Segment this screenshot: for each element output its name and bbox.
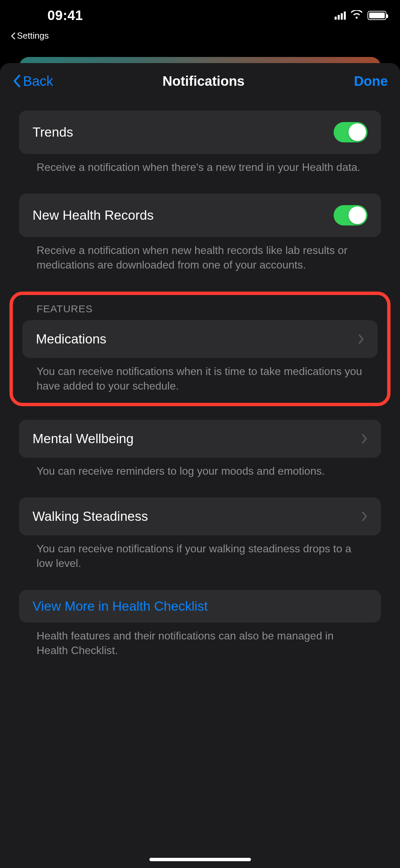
page-title: Notifications [163,74,245,89]
cellular-icon [335,11,346,20]
home-indicator[interactable] [149,858,251,861]
trends-toggle[interactable] [334,122,367,142]
health-records-toggle[interactable] [334,205,367,225]
walking-steadiness-footer: You can receive notifications if your wa… [19,535,381,571]
content: Trends Receive a notification when there… [0,99,400,658]
highlight-box: FEATURES Medications You can receive not… [9,292,391,406]
health-checklist-label: View More in Health Checklist [33,599,208,614]
modal-sheet: Back Notifications Done Trends Receive a… [0,63,400,868]
battery-icon [367,11,386,20]
medications-label: Medications [36,332,106,347]
return-to-app-label: Settings [17,31,49,41]
chevron-right-icon [361,511,367,521]
trends-footer: Receive a notification when there's a ne… [19,154,381,175]
medications-row[interactable]: Medications [22,320,378,358]
health-checklist-footer: Health features and their notifications … [19,623,381,658]
back-caret-icon [11,33,16,39]
walking-steadiness-label: Walking Steadiness [33,509,148,524]
health-records-footer: Receive a notification when new health r… [19,237,381,272]
mental-wellbeing-label: Mental Wellbeing [33,431,133,446]
wifi-icon [351,10,363,20]
health-records-label: New Health Records [33,208,154,223]
status-bar: 09:41 [0,0,400,31]
status-time: 09:41 [47,8,83,23]
nav-bar: Back Notifications Done [0,63,400,99]
trends-label: Trends [33,125,73,140]
done-button[interactable]: Done [354,74,388,89]
back-button[interactable]: Back [12,74,53,89]
medications-footer: You can receive notifications when it is… [19,358,381,393]
walking-steadiness-row[interactable]: Walking Steadiness [19,497,381,535]
mental-wellbeing-row[interactable]: Mental Wellbeing [19,420,381,458]
chevron-right-icon [361,434,367,444]
chevron-right-icon [358,334,364,344]
back-label: Back [23,74,53,89]
features-header: FEATURES [19,303,381,320]
health-checklist-row[interactable]: View More in Health Checklist [19,590,381,623]
status-icons [335,10,386,20]
chevron-left-icon [12,74,21,88]
return-to-app[interactable]: Settings [11,31,49,41]
mental-wellbeing-footer: You can receive reminders to log your mo… [19,458,381,478]
health-records-row: New Health Records [19,194,381,237]
trends-row: Trends [19,111,381,154]
